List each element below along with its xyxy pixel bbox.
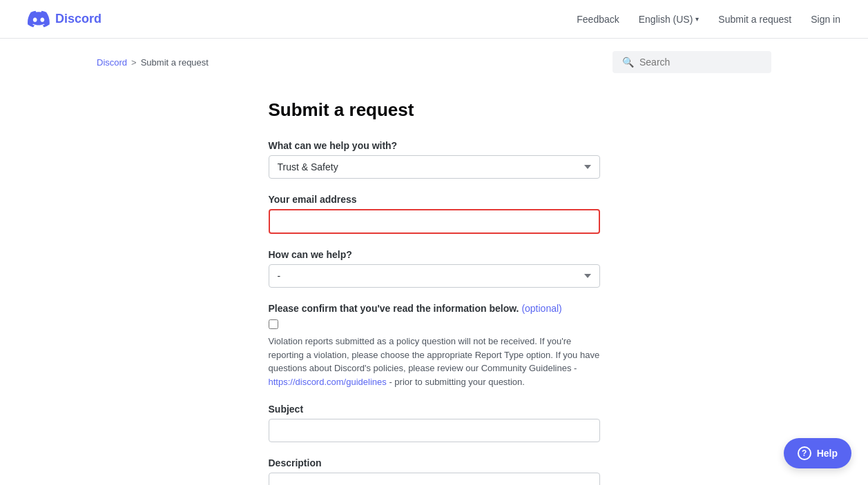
description-textarea[interactable] xyxy=(269,473,600,485)
email-input[interactable] xyxy=(269,209,600,234)
main-content: Submit a request What can we help you wi… xyxy=(172,86,697,485)
nav-submit-request[interactable]: Submit a request xyxy=(718,14,791,25)
search-box: 🔍 xyxy=(613,51,771,73)
logo-text: Discord xyxy=(55,12,102,26)
breadcrumb-current: Submit a request xyxy=(141,57,209,68)
breadcrumb-separator: > xyxy=(131,57,137,68)
help-topic-group: What can we help you with? Trust & Safet… xyxy=(269,140,600,179)
nav-language[interactable]: English (US) ▾ xyxy=(639,14,700,25)
discord-logo[interactable]: Discord xyxy=(28,8,102,30)
search-input[interactable] xyxy=(639,57,762,68)
how-help-select[interactable]: - Report Abuse Report a Bug Account Issu… xyxy=(269,264,600,288)
help-circle-icon: ? xyxy=(798,446,811,460)
page-title: Submit a request xyxy=(269,99,600,121)
guidelines-link[interactable]: https://discord.com/guidelines xyxy=(269,377,387,387)
breadcrumb-search-bar: Discord > Submit a request 🔍 xyxy=(0,39,868,86)
description-group: Description xyxy=(269,457,600,485)
nav-sign-in[interactable]: Sign in xyxy=(811,14,840,25)
help-label: Help xyxy=(817,448,838,459)
confirm-checkbox[interactable] xyxy=(269,319,278,329)
confirm-label: Please confirm that you've read the info… xyxy=(269,303,600,314)
search-icon: 🔍 xyxy=(622,57,634,68)
navbar: Discord Feedback English (US) ▾ Submit a… xyxy=(0,0,868,39)
subject-group: Subject xyxy=(269,404,600,442)
notice-text: Violation reports submitted as a policy … xyxy=(269,335,600,388)
confirm-group: Please confirm that you've read the info… xyxy=(269,303,600,388)
chevron-down-icon: ▾ xyxy=(695,15,699,23)
description-label: Description xyxy=(269,457,600,468)
subject-input[interactable] xyxy=(269,419,600,442)
breadcrumb: Discord > Submit a request xyxy=(97,57,209,68)
subject-label: Subject xyxy=(269,404,600,415)
help-topic-label: What can we help you with? xyxy=(269,140,600,151)
confirm-checkbox-group xyxy=(269,318,600,329)
breadcrumb-home[interactable]: Discord xyxy=(97,57,127,68)
help-topic-select[interactable]: Trust & Safety Billing Technical Support… xyxy=(269,155,600,179)
help-button[interactable]: ? Help xyxy=(784,438,851,468)
how-help-group: How can we help? - Report Abuse Report a… xyxy=(269,249,600,288)
how-help-label: How can we help? xyxy=(269,249,600,260)
nav-links: Feedback English (US) ▾ Submit a request… xyxy=(577,14,840,25)
email-group: Your email address xyxy=(269,194,600,234)
nav-feedback[interactable]: Feedback xyxy=(577,14,619,25)
language-label: English (US) xyxy=(639,14,693,25)
email-label: Your email address xyxy=(269,194,600,205)
